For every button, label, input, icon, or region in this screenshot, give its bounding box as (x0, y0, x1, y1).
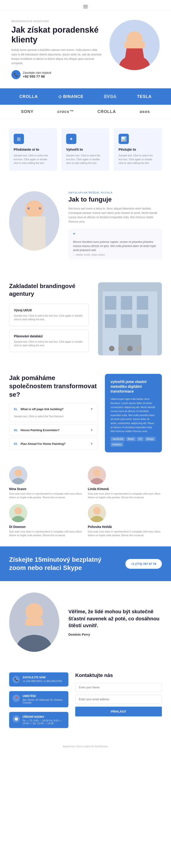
feature-icon-3: 📊 (118, 134, 129, 144)
svg-point-22 (14, 469, 22, 476)
contact-item-phone: 📞 ZAVOLEJTE NÁM +1-246-888-0653 +2-356-9… (9, 673, 68, 686)
agency-label: BRANDINGOVÁ AGENTURA (11, 20, 103, 23)
logo-binance: ◇ BINANCE (58, 94, 83, 99)
logos-strip-1: CROLLA ◇ BINANCE EVGA TESLA (0, 88, 171, 105)
hero-content: BRANDINGOVÁ AGENTURA Jak získat poradens… (11, 20, 103, 79)
contact-name-input[interactable] (75, 683, 162, 692)
team-avatar-1 (9, 466, 27, 484)
team-card-4: Pohovka Hnědá Duis aute irure dolor in r… (88, 504, 162, 537)
transform-section: Jak pomáháme společnostem transformovat … (0, 365, 171, 462)
location-label: UMÍSTĚNÍ (23, 694, 65, 698)
logo-evga: EVGA (104, 94, 116, 99)
contact-phone: +92 555 77 88 (23, 74, 51, 78)
tag-3: UX (137, 437, 144, 441)
hero-title: Jak získat poradenské klienty (11, 25, 103, 44)
accordion-item-2[interactable]: 02. House Painting Essentials? ▼ (9, 424, 98, 436)
quote-author: — Mattie Smith, Naše účtení (73, 253, 157, 256)
contact-item-location: 📍 UMÍSTĚNÍ Abc Street, 64 Sideroad 25, O… (9, 691, 68, 707)
testimonial-content: Věříme, že lidé mohou být skutečně šťast… (68, 608, 162, 636)
founder-content: Zakladatel brandingové agentury Vývoj UI… (9, 282, 89, 355)
founder-section: Zakladatel brandingové agentury Vývoj UI… (0, 273, 171, 365)
contact-section: 📞 ZAVOLEJTE NÁM +1-246-888-0653 +2-356-9… (0, 663, 171, 742)
accordion-header-3[interactable]: 03. Plan Ahead For Home Painting? ▼ (9, 438, 98, 449)
hero-contact: 📞 Zavolejte nám kdykoli +92 555 77 88 (11, 70, 103, 79)
svg-rect-11 (121, 296, 132, 310)
how-content: SMYSLUPLNÁ ŘEŠENÍ, RYCHLÁ Jak to funguje… (68, 191, 162, 262)
logo-tesla: TESLA (137, 94, 151, 99)
team-text-4: Duis aute irure dolor in reprehenderit i… (88, 530, 162, 537)
hamburger-line-3 (83, 8, 88, 8)
cta-button[interactable]: +1 (773) 787 87 78 (126, 559, 162, 569)
team-text-3: Duis aute irure dolor in reprehenderit i… (9, 530, 83, 537)
svg-point-4 (25, 200, 43, 219)
team-name-3: Di Dowson (9, 525, 83, 529)
svg-rect-2 (124, 41, 145, 49)
transform-sidebar-text: Ullamcorper eget nulla facilisi. Arcu fa… (111, 397, 156, 433)
team-text-1: Duis aute irure dolor in reprehenderit i… (9, 492, 83, 499)
how-person-image (9, 191, 59, 251)
svg-rect-16 (118, 335, 141, 355)
testimonial-image (9, 592, 59, 652)
accordion-chevron-1: ▼ (90, 407, 93, 411)
phone-icon: 📞 (11, 70, 21, 79)
cta-section: Získejte 15minutový bezplatný zoom nebo … (0, 547, 171, 581)
hamburger-line-2 (83, 6, 88, 7)
svg-point-28 (93, 507, 101, 515)
logo-asos: asos (140, 109, 150, 114)
top-menu (0, 0, 171, 11)
quote-text: Morcor tincidunt nunc pulvinar sapien, o… (73, 240, 157, 252)
contact-submit-button[interactable]: PŘIHLÁSIT (75, 707, 162, 716)
contact-location-details: UMÍSTĚNÍ Abc Street, 64 Sideroad 25, Ont… (23, 694, 65, 704)
contact-email-input[interactable] (75, 695, 162, 704)
avatar-svg-1 (9, 466, 27, 484)
transform-sidebar: vytvořili jsme vlastní metodiku digitáln… (105, 374, 162, 453)
hamburger-line-1 (83, 5, 88, 5)
team-card-2: Linda Kimová Duis aute irure dolor in re… (88, 466, 162, 499)
feature-text-3: Sample text. Click to select the text bo… (118, 154, 157, 165)
accordion-header-1[interactable]: 01. What is off page link building? ▼ (9, 404, 98, 414)
hero-person-svg (109, 20, 160, 70)
team-card-3: Di Dowson Duis aute irure dolor in repre… (9, 504, 83, 537)
quote-mark: " (73, 232, 157, 239)
svg-rect-12 (137, 296, 148, 310)
accordion-header-2[interactable]: 02. House Painting Essentials? ▼ (9, 425, 98, 435)
founder-card-text-1: Sample text. Click to select the text bo… (14, 314, 84, 321)
svg-rect-31 (26, 619, 43, 626)
accordion-header-left-2: 02. House Painting Essentials? (14, 428, 60, 432)
transform-title: Jak pomáháme společnostem transformovat … (9, 374, 98, 399)
svg-point-6 (27, 207, 30, 210)
hero-person-image (109, 20, 160, 70)
phone-label: ZAVOLEJTE NÁM (23, 676, 62, 679)
contact-form: Kontaktujte nás PŘIHLÁSIT (75, 673, 162, 733)
team-text-2: Duis aute irure dolor in reprehenderit i… (88, 492, 162, 499)
accordion-item-1[interactable]: 01. What is off page link building? ▼ Sa… (9, 403, 98, 422)
feature-icon-2: ✦ (66, 134, 76, 144)
hamburger-menu[interactable] (83, 5, 88, 8)
tech-tags: JavaScript React UX Design Analytics (111, 437, 156, 447)
founder-card-title-1: Vývoj UI/UX (14, 308, 84, 312)
footer: Sample text. Click to select the Text El… (0, 742, 171, 751)
accordion-header-left-3: 03. Plan Ahead For Home Painting? (14, 442, 66, 446)
avatar-svg-4 (88, 504, 106, 522)
feature-text-1: Sample text. Click to select the text bo… (14, 154, 53, 165)
accordion-title-3: Plan Ahead For Home Painting? (21, 442, 65, 445)
feature-icon-1: ⊞ (14, 134, 24, 144)
logo-crocs: crocs™ (57, 109, 74, 114)
accordion-title-2: House Painting Essentials? (21, 428, 60, 432)
svg-rect-14 (121, 314, 132, 328)
testimonial-author: Dominic Perry (68, 633, 162, 636)
how-title: Jak to funguje (68, 196, 162, 203)
founder-building-image (98, 282, 162, 355)
how-person-svg (9, 191, 59, 251)
contact-info: 📞 ZAVOLEJTE NÁM +1-246-888-0653 +2-356-9… (9, 673, 68, 733)
testimonial-person-svg (9, 592, 59, 652)
contact-phone-details: ZAVOLEJTE NÁM +1-246-888-0653 +2-356-999… (23, 676, 62, 682)
team-section: Nina Scavo Duis aute irure dolor in repr… (0, 462, 171, 547)
quote-block: " Morcor tincidunt nunc pulvinar sapien,… (68, 228, 162, 259)
contact-item-hours: 🕐 ÚŘEDNÍ HODINY Po — Čt: 9:00 — 18:00 Pá… (9, 712, 68, 728)
contact-hours-details: ÚŘEDNÍ HODINY Po — Čt: 9:00 — 18:00 Pá: … (23, 715, 65, 725)
accordion-item-3[interactable]: 03. Plan Ahead For Home Painting? ▼ (9, 438, 98, 450)
location-icon: 📍 (12, 694, 20, 702)
founder-card-text-2: Sample text. Click to select the text bo… (14, 340, 84, 347)
tag-2: React (126, 437, 136, 441)
